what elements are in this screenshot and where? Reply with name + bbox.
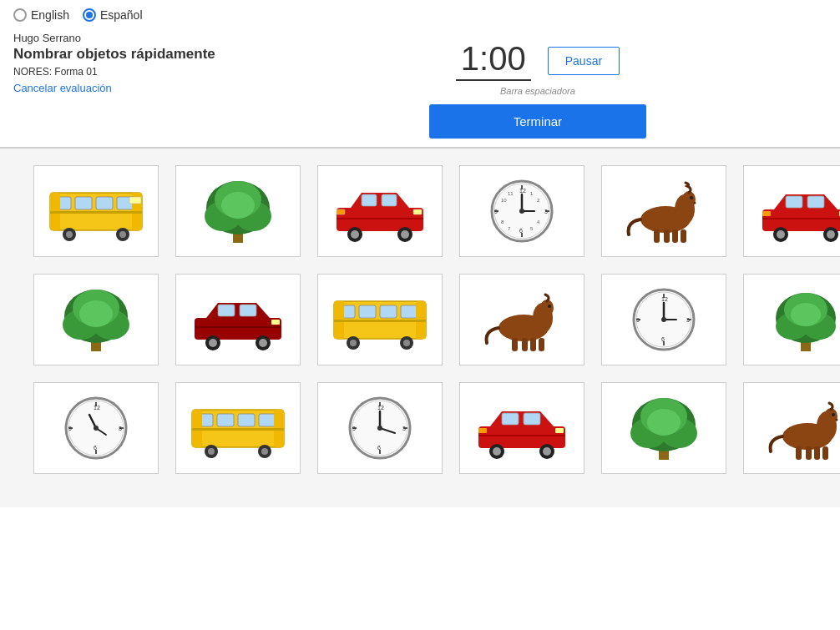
image-cell-car-2	[743, 165, 840, 257]
svg-text:10: 10	[501, 198, 507, 203]
red-car-icon	[330, 176, 430, 247]
svg-point-8	[66, 231, 73, 238]
svg-rect-168	[478, 435, 565, 436]
svg-rect-3	[96, 197, 113, 209]
svg-rect-83	[271, 320, 280, 325]
svg-rect-27	[413, 209, 422, 214]
image-cell-clock-1: 12 6 3 9 1 2 4 5 11 10 8 7	[459, 165, 584, 257]
svg-point-176	[647, 409, 681, 436]
clock4-icon: 12 6 3 9	[330, 393, 430, 464]
red-car3-icon	[472, 393, 572, 464]
svg-text:9: 9	[352, 426, 356, 431]
svg-rect-99	[512, 338, 518, 351]
cancel-link[interactable]: Cancelar evaluación	[13, 82, 112, 94]
svg-rect-169	[555, 428, 564, 433]
svg-text:6: 6	[661, 336, 665, 342]
finish-button[interactable]: Terminar	[429, 104, 646, 139]
svg-point-23	[351, 230, 359, 239]
svg-rect-82	[195, 326, 281, 328]
image-cell-clock-3: 12 6 3 9	[33, 382, 159, 474]
image-cell-bus-1	[33, 165, 159, 257]
svg-point-146	[261, 448, 268, 455]
spacebar-hint: Barra espaciadora	[500, 86, 575, 96]
svg-text:3: 3	[544, 209, 548, 214]
svg-point-122	[791, 303, 821, 326]
svg-text:3: 3	[402, 426, 406, 431]
image-cell-clock-2: 12 6 3 9	[601, 274, 726, 365]
image-cell-tree-3	[743, 274, 840, 365]
svg-rect-26	[337, 218, 423, 219]
svg-rect-54	[664, 229, 670, 243]
svg-point-184	[832, 413, 835, 416]
svg-rect-180	[796, 446, 802, 460]
svg-text:12: 12	[661, 296, 668, 302]
image-grid-row3: 12 6 3 9	[33, 382, 807, 474]
svg-rect-88	[401, 305, 417, 318]
espanol-radio[interactable]	[83, 8, 96, 22]
horse-icon	[614, 176, 714, 247]
pause-button[interactable]: Pausar	[548, 47, 620, 75]
svg-rect-56	[681, 229, 686, 243]
form-label: NORES: Forma 01	[13, 66, 215, 78]
svg-rect-101	[530, 338, 536, 351]
image-cell-car-1	[317, 165, 443, 257]
svg-rect-163	[524, 413, 540, 425]
svg-rect-102	[539, 338, 544, 351]
tree-icon	[188, 176, 288, 247]
image-cell-horse-1	[601, 165, 726, 257]
image-cell-bus-3	[175, 382, 301, 474]
svg-point-144	[208, 448, 215, 455]
svg-rect-140	[259, 414, 276, 426]
svg-point-65	[827, 230, 835, 239]
tree4-icon	[614, 393, 714, 464]
svg-point-185	[836, 418, 838, 421]
user-name: Hugo Serrano	[13, 32, 215, 44]
svg-point-165	[493, 447, 501, 456]
clock-icon: 12 6 3 9 1 2 4 5 11 10 8 7	[472, 176, 572, 247]
espanol-option[interactable]: Español	[83, 8, 143, 22]
svg-rect-55	[672, 229, 678, 243]
svg-point-74	[79, 300, 113, 327]
svg-rect-21	[382, 194, 397, 206]
svg-point-103	[548, 305, 551, 308]
image-cell-tree-2	[33, 274, 159, 365]
image-cell-tree-1	[175, 165, 301, 257]
english-option[interactable]: English	[13, 8, 69, 22]
svg-text:12: 12	[519, 188, 526, 194]
svg-text:12: 12	[94, 405, 100, 411]
svg-point-63	[777, 230, 785, 239]
svg-rect-75	[195, 318, 281, 340]
svg-point-79	[209, 339, 217, 347]
svg-rect-181	[806, 446, 812, 460]
svg-rect-20	[362, 194, 377, 206]
dark-car-icon	[188, 285, 288, 355]
svg-text:11: 11	[508, 191, 514, 196]
svg-text:9: 9	[68, 426, 72, 431]
svg-rect-12	[129, 197, 141, 204]
svg-point-49	[519, 209, 524, 214]
image-grid-row1: 12 6 3 9 1 2 4 5 11 10 8 7	[33, 165, 807, 257]
svg-text:9: 9	[636, 317, 640, 323]
espanol-label: Español	[100, 8, 143, 22]
svg-rect-77	[240, 305, 256, 316]
svg-point-160	[377, 426, 382, 431]
svg-rect-28	[337, 209, 345, 214]
content-area: 12 6 3 9 1 2 4 5 11 10 8 7	[0, 149, 840, 507]
svg-point-10	[119, 231, 126, 238]
svg-rect-76	[218, 305, 235, 316]
clock3-icon: 12 6 3 9	[46, 393, 146, 464]
image-grid-row2: 12 6 3 9	[33, 274, 807, 365]
clock2-icon: 12 6 3 9	[614, 285, 714, 355]
svg-rect-161	[478, 426, 565, 448]
english-label: English	[31, 8, 69, 22]
espanol-radio-inner	[86, 12, 93, 18]
english-radio[interactable]	[13, 8, 27, 22]
header: Hugo Serrano Nombrar objetos rápidamente…	[0, 23, 840, 149]
image-cell-horse-2	[459, 274, 584, 365]
svg-text:6: 6	[519, 228, 523, 234]
svg-rect-66	[762, 218, 840, 219]
svg-rect-100	[522, 338, 528, 351]
svg-point-81	[259, 339, 267, 347]
svg-rect-60	[786, 196, 802, 208]
svg-rect-2	[75, 197, 92, 209]
